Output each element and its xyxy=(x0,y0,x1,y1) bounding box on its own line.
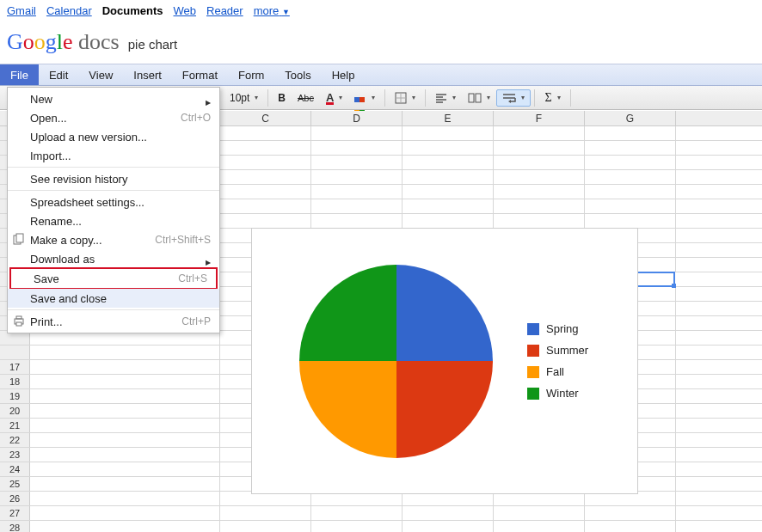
row-header[interactable]: 21 xyxy=(0,419,30,432)
menu-view[interactable]: View xyxy=(78,64,123,85)
cell[interactable] xyxy=(403,141,494,155)
cell[interactable] xyxy=(494,156,585,169)
menu-item-save-close[interactable]: Save and close xyxy=(8,289,219,308)
cell[interactable] xyxy=(30,521,220,532)
cell[interactable] xyxy=(30,345,220,359)
menu-format[interactable]: Format xyxy=(172,64,228,85)
cell[interactable] xyxy=(220,156,311,169)
row-header[interactable]: 24 xyxy=(0,462,30,476)
row-header[interactable]: 20 xyxy=(0,404,30,418)
cell[interactable] xyxy=(311,156,403,169)
cell[interactable] xyxy=(494,170,585,184)
nav-gmail[interactable]: Gmail xyxy=(7,4,36,17)
cell[interactable] xyxy=(494,214,585,228)
cell[interactable] xyxy=(403,126,494,140)
cell[interactable] xyxy=(494,506,585,520)
cell[interactable] xyxy=(403,199,494,213)
row-header[interactable]: 25 xyxy=(0,477,30,491)
align-left-button[interactable] xyxy=(429,89,462,107)
cell[interactable] xyxy=(220,214,311,228)
cell[interactable] xyxy=(30,433,220,447)
row-header[interactable]: 23 xyxy=(0,448,30,462)
row-header[interactable]: 22 xyxy=(0,433,30,447)
cell[interactable] xyxy=(220,185,311,199)
row-header[interactable] xyxy=(0,345,30,359)
cell[interactable] xyxy=(30,506,220,520)
cell[interactable] xyxy=(311,506,403,520)
cell[interactable] xyxy=(30,375,220,388)
nav-calendar[interactable]: Calendar xyxy=(46,4,92,17)
cell[interactable] xyxy=(494,199,585,213)
cell[interactable] xyxy=(403,156,494,169)
cell[interactable] xyxy=(30,462,220,476)
cell[interactable] xyxy=(403,506,494,520)
cell[interactable] xyxy=(220,199,311,213)
menu-item-save[interactable]: SaveCtrl+S xyxy=(11,269,216,288)
menu-item-new[interactable]: New xyxy=(8,89,219,108)
bold-button[interactable]: B xyxy=(272,89,292,107)
menu-form[interactable]: Form xyxy=(228,64,274,85)
merge-button[interactable] xyxy=(462,89,496,107)
cell[interactable] xyxy=(311,521,403,532)
cell[interactable] xyxy=(585,156,676,169)
document-title[interactable]: pie chart xyxy=(128,37,178,52)
row-header[interactable]: 19 xyxy=(0,389,30,403)
row-header[interactable]: 27 xyxy=(0,506,30,520)
cell[interactable] xyxy=(220,126,311,140)
cell[interactable] xyxy=(585,506,676,520)
cell[interactable] xyxy=(311,141,403,155)
cell[interactable] xyxy=(585,214,676,228)
col-header-c[interactable]: C xyxy=(220,111,311,125)
menu-file[interactable]: File xyxy=(0,64,39,85)
cell[interactable] xyxy=(30,404,220,418)
menu-item-print[interactable]: Print...Ctrl+P xyxy=(8,312,219,331)
cell[interactable] xyxy=(494,521,585,532)
cell[interactable] xyxy=(585,126,676,140)
cell[interactable] xyxy=(30,492,220,505)
nav-more[interactable]: more ▼ xyxy=(254,4,290,17)
strikethrough-button[interactable]: Abc xyxy=(292,89,320,107)
menu-help[interactable]: Help xyxy=(322,64,366,85)
cell[interactable] xyxy=(494,141,585,155)
cell[interactable] xyxy=(311,126,403,140)
cell[interactable] xyxy=(403,214,494,228)
fill-color-button[interactable] xyxy=(348,89,381,106)
text-color-button[interactable]: A xyxy=(320,88,348,108)
font-size-select[interactable]: 10pt xyxy=(224,89,264,107)
cell[interactable] xyxy=(585,199,676,213)
row-header[interactable]: 17 xyxy=(0,360,30,374)
cell[interactable] xyxy=(585,185,676,199)
nav-documents[interactable]: Documents xyxy=(102,4,163,17)
borders-button[interactable] xyxy=(389,89,421,107)
cell[interactable] xyxy=(30,448,220,462)
cell[interactable] xyxy=(30,477,220,491)
cell[interactable] xyxy=(311,185,403,199)
row-header[interactable]: 28 xyxy=(0,521,30,532)
row-header[interactable]: 26 xyxy=(0,492,30,505)
cell[interactable] xyxy=(30,389,220,403)
cell[interactable] xyxy=(585,521,676,532)
menu-insert[interactable]: Insert xyxy=(123,64,172,85)
cell[interactable] xyxy=(403,521,494,532)
menu-item-open[interactable]: Open...Ctrl+O xyxy=(8,108,219,127)
menu-item-settings[interactable]: Spreadsheet settings... xyxy=(8,193,219,211)
col-header-e[interactable]: E xyxy=(403,111,494,125)
menu-item-rename[interactable]: Rename... xyxy=(8,211,219,230)
cell[interactable] xyxy=(220,521,311,532)
cell[interactable] xyxy=(220,141,311,155)
menu-item-copy[interactable]: Make a copy...Ctrl+Shift+S xyxy=(8,230,219,249)
cell[interactable] xyxy=(403,170,494,184)
row-header[interactable]: 18 xyxy=(0,375,30,388)
chart-container[interactable]: Spring Summer Fall Winter xyxy=(251,228,638,494)
menu-item-revisions[interactable]: See revision history xyxy=(8,169,219,188)
cell[interactable] xyxy=(585,170,676,184)
col-header-g[interactable]: G xyxy=(585,111,676,125)
cell[interactable] xyxy=(220,170,311,184)
cell[interactable] xyxy=(494,185,585,199)
menu-item-import[interactable]: Import... xyxy=(8,146,219,165)
menu-tools[interactable]: Tools xyxy=(274,64,321,85)
cell[interactable] xyxy=(311,214,403,228)
cell[interactable] xyxy=(30,419,220,432)
cell[interactable] xyxy=(30,360,220,374)
menu-item-upload[interactable]: Upload a new version... xyxy=(8,127,219,146)
